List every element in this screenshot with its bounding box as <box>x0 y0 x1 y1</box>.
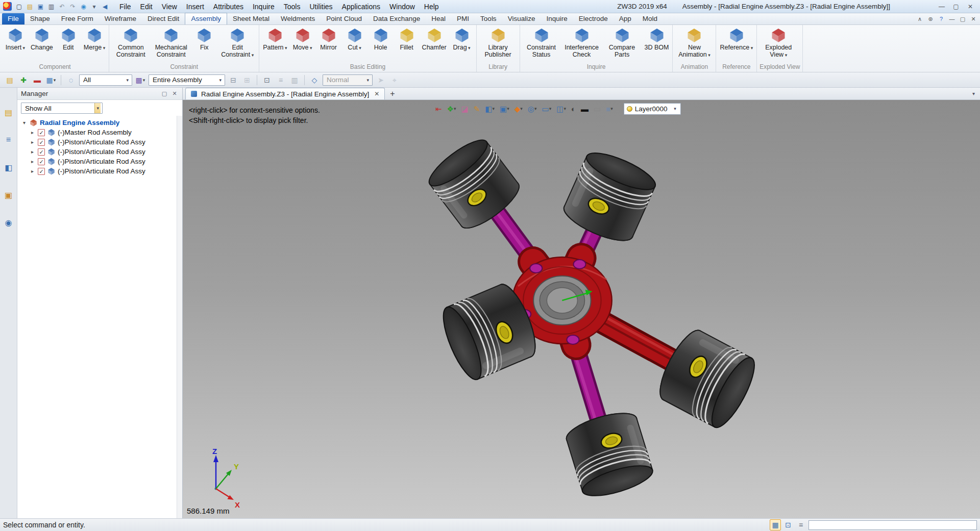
redo-icon[interactable]: ↷ <box>68 2 78 11</box>
menu-attributes[interactable]: Attributes <box>209 0 248 13</box>
shortcut-panel-icon[interactable]: ▤ <box>4 74 15 86</box>
minimize-window-icon[interactable]: — <box>936 2 947 11</box>
sync-icon[interactable]: ◉ <box>79 2 88 11</box>
common-constraint-button[interactable]: Common Constraint <box>111 26 151 59</box>
save-file-icon[interactable]: ▣ <box>36 2 45 11</box>
monitor-display-icon[interactable]: ⊡ <box>782 519 794 530</box>
reference-button[interactable]: Reference ▾ <box>718 26 755 52</box>
new-animation-button[interactable]: New Animation ▾ <box>674 26 714 59</box>
chamfer-button[interactable]: Chamfer <box>420 26 449 52</box>
scope-combo[interactable]: Entire Assembly▾ <box>149 74 225 86</box>
expand-icon[interactable]: ▸ <box>30 149 35 155</box>
tree-item[interactable]: ▸✓(-)Piston/Articulate Rod Assy <box>17 166 182 176</box>
regen-icon[interactable]: ❖▾ <box>446 103 458 115</box>
ribbon-tab-electrode[interactable]: Electrode <box>573 13 614 24</box>
float-panel-icon[interactable]: ▢ <box>160 90 168 98</box>
ribbon-tab-inquire[interactable]: Inquire <box>541 13 573 24</box>
piston[interactable] <box>652 325 762 433</box>
expand-icon[interactable]: ▸ <box>30 168 35 174</box>
settings-icon[interactable]: ⊛ <box>926 14 935 23</box>
ribbon-tab-shape[interactable]: Shape <box>24 13 56 24</box>
expand-icon[interactable]: ▸ <box>30 139 35 145</box>
align-bottom-icon[interactable]: ⊞ <box>241 74 253 86</box>
status-input[interactable] <box>808 520 977 530</box>
restore-doc-icon[interactable]: ▢ <box>958 14 967 23</box>
tree-scrollbar[interactable] <box>177 116 182 518</box>
menu-inquire[interactable]: Inquire <box>248 0 279 13</box>
piston[interactable] <box>563 407 656 502</box>
exploded-view-button[interactable]: Exploded View ▾ <box>758 26 798 59</box>
collapse-ribbon-icon[interactable]: ∧ <box>915 14 924 23</box>
ribbon-tab-data-exchange[interactable]: Data Exchange <box>368 13 426 24</box>
appearance-icon[interactable]: ✎ <box>472 103 482 115</box>
ribbon-tab-direct-edit[interactable]: Direct Edit <box>142 13 185 24</box>
fillet-button[interactable]: Fillet <box>394 26 420 52</box>
menu-insert[interactable]: Insert <box>182 0 209 13</box>
app-logo-icon[interactable] <box>3 2 12 11</box>
visibility-checkbox[interactable]: ✓ <box>38 168 45 175</box>
menu-tools[interactable]: Tools <box>279 0 305 13</box>
visibility-checkbox[interactable]: ✓ <box>38 129 45 136</box>
3d-bom-button[interactable]: 3D BOM <box>643 26 671 52</box>
color-swatch-icon[interactable]: ▩▾ <box>135 74 146 86</box>
help-icon[interactable]: ? <box>937 14 946 23</box>
render-options-icon[interactable]: ■▾ <box>604 103 615 115</box>
ribbon-tab-point-cloud[interactable]: Point Cloud <box>321 13 368 24</box>
image-capture-icon[interactable]: ◐ <box>570 103 577 115</box>
tree-filter-combo[interactable]: Show All ▾ <box>21 103 103 114</box>
print-icon[interactable]: ▥ <box>46 2 56 11</box>
menu-utilities[interactable]: Utilities <box>305 0 337 13</box>
remove-entity-icon[interactable]: ▬ <box>32 74 43 86</box>
menu-help[interactable]: Help <box>420 0 444 13</box>
layer-combo[interactable]: Layer0000▾ <box>624 103 681 115</box>
history-panel-icon[interactable]: ≡ <box>3 134 15 146</box>
drag-button[interactable]: Drag ▾ <box>449 26 475 52</box>
cut-button[interactable]: Cut ▾ <box>342 26 368 52</box>
tree-item[interactable]: ▸✓(-)Piston/Articulate Rod Assy <box>17 147 182 157</box>
shade-mode-icon[interactable]: ◧▾ <box>483 103 496 115</box>
add-entity-icon[interactable]: ✚ <box>18 74 29 86</box>
ribbon-tab-mold[interactable]: Mold <box>637 13 663 24</box>
expand-icon[interactable]: ▸ <box>30 130 35 135</box>
menu-file[interactable]: File <box>115 0 136 13</box>
menu-view[interactable]: View <box>157 0 182 13</box>
menu-applications[interactable]: Applications <box>337 0 385 13</box>
role-panel-icon[interactable]: ◉ <box>3 216 15 229</box>
visibility-checkbox[interactable]: ✓ <box>38 158 45 165</box>
interference-check-button[interactable]: Interference Check <box>562 26 602 59</box>
collapse-icon[interactable]: ▾ <box>21 120 27 125</box>
list-view-icon[interactable]: ⊡ <box>261 74 273 86</box>
zoom-icon[interactable]: ◎▾ <box>526 103 538 115</box>
new-tab-button[interactable]: + <box>390 88 395 99</box>
viewport-canvas[interactable]: <right-click> for context-sensitive opti… <box>183 100 980 518</box>
visibility-checkbox[interactable]: ✓ <box>38 148 45 156</box>
customize-quick-access-icon[interactable]: ▾ <box>89 2 99 11</box>
ribbon-tab-app[interactable]: App <box>614 13 637 24</box>
merge-button[interactable]: Merge ▾ <box>82 26 107 52</box>
close-tab-icon[interactable]: ✕ <box>373 90 379 97</box>
align-top-icon[interactable]: ⊟ <box>228 74 239 86</box>
snap-icon[interactable]: ◇ <box>309 74 320 86</box>
ribbon-tab-assembly[interactable]: Assembly <box>185 13 227 24</box>
pick-arrow-icon[interactable]: ➤ <box>375 74 386 86</box>
piston[interactable] <box>559 146 660 248</box>
tree-root-row[interactable]: ▾ Radial Engine Assembly <box>17 118 182 128</box>
undo-icon[interactable]: ↶ <box>57 2 67 11</box>
constraint-status-button[interactable]: Constraint Status <box>522 26 561 59</box>
ribbon-tab-pmi[interactable]: PMI <box>451 13 475 24</box>
tree-item[interactable]: ▸✓(-)Piston/Articulate Rod Assy <box>17 157 182 166</box>
restore-window-icon[interactable]: ▢ <box>950 2 962 11</box>
tree-view-icon[interactable]: ≡ <box>275 74 286 86</box>
ribbon-tab-heal[interactable]: Heal <box>426 13 451 24</box>
visual-manager-panel-icon[interactable]: ▣ <box>3 189 15 201</box>
engine-3d-model[interactable] <box>183 100 980 518</box>
tree-item[interactable]: ▸✓(-)Piston/Articulate Rod Assy <box>17 137 182 147</box>
back-icon[interactable]: ◀ <box>100 2 110 11</box>
close-panel-icon[interactable]: ✕ <box>170 90 179 98</box>
assembly-panel-icon[interactable]: ◧ <box>3 161 15 173</box>
visibility-checkbox[interactable]: ✓ <box>38 139 45 146</box>
pick-list-icon[interactable]: ▦▾ <box>45 74 57 86</box>
edit-button[interactable]: Edit <box>56 26 81 52</box>
ribbon-tab-wireframe[interactable]: Wireframe <box>99 13 142 24</box>
ribbon-tab-sheet-metal[interactable]: Sheet Metal <box>227 13 275 24</box>
